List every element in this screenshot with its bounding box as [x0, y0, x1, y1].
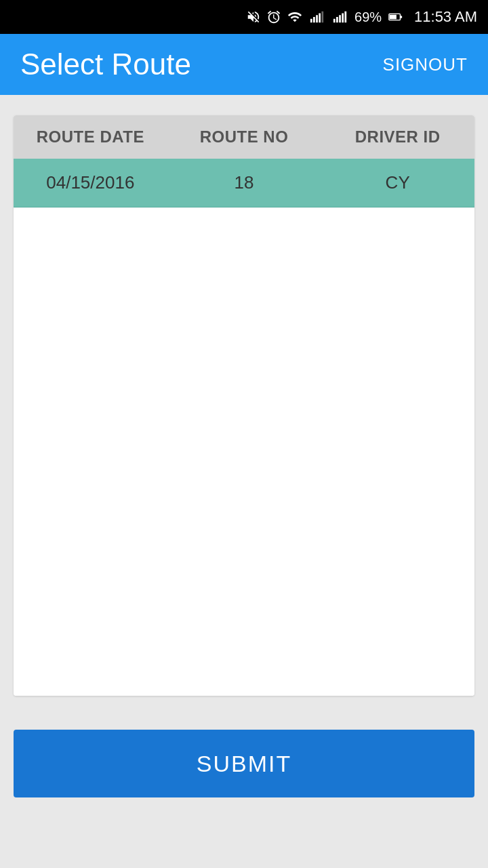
- svg-rect-5: [333, 19, 336, 23]
- page-title: Select Route: [20, 47, 191, 81]
- svg-rect-2: [316, 15, 318, 22]
- cell-route-date: 04/15/2016: [14, 172, 167, 193]
- wifi-icon: [287, 9, 303, 24]
- svg-rect-12: [390, 15, 396, 19]
- col-header-route-no: ROUTE NO: [167, 127, 321, 146]
- svg-rect-1: [313, 17, 315, 22]
- mute-icon: [246, 9, 261, 24]
- svg-rect-9: [344, 12, 346, 23]
- table-header: ROUTE DATE ROUTE NO DRIVER ID: [14, 115, 474, 159]
- submit-container: SUBMIT: [0, 730, 488, 797]
- status-time: 11:53 AM: [414, 8, 477, 26]
- table-row[interactable]: 04/15/2016 18 CY: [14, 159, 474, 208]
- svg-rect-8: [342, 14, 344, 23]
- svg-rect-11: [400, 16, 402, 18]
- col-header-driver-id: DRIVER ID: [321, 127, 474, 146]
- signal-icon: [308, 9, 326, 24]
- col-header-route-date: ROUTE DATE: [14, 127, 167, 146]
- status-bar: 69% 11:53 AM: [0, 0, 488, 34]
- alarm-icon: [266, 9, 281, 24]
- battery-percentage: 69%: [354, 9, 382, 25]
- status-icons: 69% 11:53 AM: [246, 8, 477, 26]
- signout-button[interactable]: SIGNOUT: [383, 54, 468, 75]
- cell-route-no: 18: [167, 172, 321, 193]
- app-bar: Select Route SIGNOUT: [0, 34, 488, 95]
- route-table: ROUTE DATE ROUTE NO DRIVER ID 04/15/2016…: [14, 115, 474, 696]
- svg-rect-3: [319, 14, 321, 23]
- svg-rect-7: [339, 15, 341, 22]
- svg-rect-4: [321, 12, 323, 23]
- table-empty-area: [14, 208, 474, 696]
- main-content: ROUTE DATE ROUTE NO DRIVER ID 04/15/2016…: [0, 95, 488, 716]
- svg-rect-0: [310, 19, 312, 23]
- svg-rect-6: [336, 17, 338, 22]
- signal2-icon: [331, 9, 349, 24]
- submit-button[interactable]: SUBMIT: [14, 730, 474, 797]
- cell-driver-id: CY: [321, 172, 474, 193]
- battery-icon: [387, 9, 405, 24]
